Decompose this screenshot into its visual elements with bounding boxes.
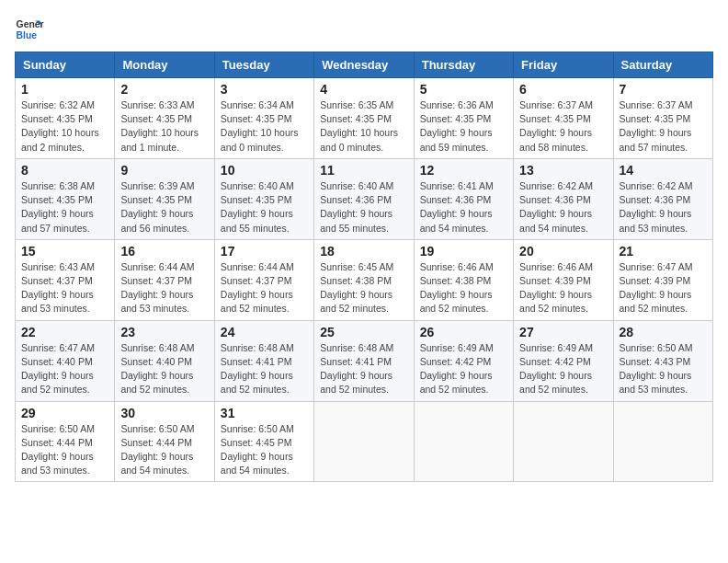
calendar-week-row: 1Sunrise: 6:32 AMSunset: 4:35 PMDaylight… (16, 78, 713, 159)
day-number: 11 (320, 163, 407, 178)
day-number: 28 (620, 325, 707, 339)
calendar-cell (414, 401, 513, 482)
day-info: Sunrise: 6:42 AMSunset: 4:36 PMDaylight:… (620, 179, 707, 236)
calendar-cell: 17Sunrise: 6:44 AMSunset: 4:37 PMDayligh… (214, 239, 313, 320)
calendar-cell: 21Sunrise: 6:47 AMSunset: 4:39 PMDayligh… (613, 239, 712, 320)
calendar-week-row: 8Sunrise: 6:38 AMSunset: 4:35 PMDaylight… (16, 158, 713, 239)
calendar-cell: 25Sunrise: 6:48 AMSunset: 4:41 PMDayligh… (314, 320, 414, 401)
day-number: 27 (519, 325, 607, 339)
calendar-cell: 1Sunrise: 6:32 AMSunset: 4:35 PMDaylight… (16, 78, 115, 159)
day-info: Sunrise: 6:42 AMSunset: 4:36 PMDaylight:… (519, 179, 607, 236)
day-number: 3 (221, 82, 308, 97)
day-number: 13 (519, 163, 607, 178)
day-number: 15 (21, 244, 108, 259)
calendar-cell: 13Sunrise: 6:42 AMSunset: 4:36 PMDayligh… (514, 158, 613, 239)
calendar-header-row: SundayMondayTuesdayWednesdayThursdayFrid… (16, 52, 713, 78)
day-number: 2 (120, 82, 208, 97)
day-info: Sunrise: 6:50 AMSunset: 4:44 PMDaylight:… (120, 422, 208, 478)
day-info: Sunrise: 6:50 AMSunset: 4:45 PMDaylight:… (221, 422, 308, 478)
calendar-cell: 11Sunrise: 6:40 AMSunset: 4:36 PMDayligh… (314, 158, 414, 239)
day-number: 20 (519, 244, 607, 259)
day-info: Sunrise: 6:40 AMSunset: 4:36 PMDaylight:… (320, 179, 407, 236)
calendar-cell: 10Sunrise: 6:40 AMSunset: 4:35 PMDayligh… (214, 158, 313, 239)
day-number: 24 (221, 325, 308, 339)
day-info: Sunrise: 6:34 AMSunset: 4:35 PMDaylight:… (221, 98, 308, 155)
calendar-cell: 15Sunrise: 6:43 AMSunset: 4:37 PMDayligh… (16, 239, 115, 320)
col-header-saturday: Saturday (613, 52, 712, 78)
calendar-cell: 6Sunrise: 6:37 AMSunset: 4:35 PMDaylight… (514, 78, 613, 159)
calendar-cell: 16Sunrise: 6:44 AMSunset: 4:37 PMDayligh… (115, 239, 214, 320)
calendar-cell: 8Sunrise: 6:38 AMSunset: 4:35 PMDaylight… (16, 158, 115, 239)
calendar-cell: 5Sunrise: 6:36 AMSunset: 4:35 PMDaylight… (414, 78, 513, 159)
day-number: 14 (620, 163, 707, 178)
col-header-friday: Friday (514, 52, 613, 78)
col-header-tuesday: Tuesday (214, 52, 313, 78)
day-number: 26 (420, 325, 507, 339)
calendar-week-row: 22Sunrise: 6:47 AMSunset: 4:40 PMDayligh… (16, 320, 713, 401)
calendar-cell: 24Sunrise: 6:48 AMSunset: 4:41 PMDayligh… (214, 320, 313, 401)
day-number: 29 (21, 406, 108, 420)
day-info: Sunrise: 6:37 AMSunset: 4:35 PMDaylight:… (620, 98, 707, 155)
day-number: 10 (221, 163, 308, 178)
day-number: 9 (120, 163, 208, 178)
day-info: Sunrise: 6:50 AMSunset: 4:43 PMDaylight:… (620, 341, 707, 397)
calendar-cell: 19Sunrise: 6:46 AMSunset: 4:38 PMDayligh… (414, 239, 513, 320)
day-info: Sunrise: 6:44 AMSunset: 4:37 PMDaylight:… (120, 260, 208, 316)
day-info: Sunrise: 6:33 AMSunset: 4:35 PMDaylight:… (120, 98, 208, 155)
day-info: Sunrise: 6:44 AMSunset: 4:37 PMDaylight:… (221, 260, 308, 316)
col-header-wednesday: Wednesday (314, 52, 414, 78)
day-info: Sunrise: 6:48 AMSunset: 4:41 PMDaylight:… (221, 341, 308, 397)
calendar-cell: 28Sunrise: 6:50 AMSunset: 4:43 PMDayligh… (613, 320, 712, 401)
day-number: 31 (221, 406, 308, 420)
calendar-cell: 27Sunrise: 6:49 AMSunset: 4:42 PMDayligh… (514, 320, 613, 401)
day-info: Sunrise: 6:49 AMSunset: 4:42 PMDaylight:… (519, 341, 607, 397)
day-number: 12 (420, 163, 507, 178)
day-info: Sunrise: 6:45 AMSunset: 4:38 PMDaylight:… (320, 260, 407, 316)
day-info: Sunrise: 6:50 AMSunset: 4:44 PMDaylight:… (21, 422, 108, 478)
day-info: Sunrise: 6:38 AMSunset: 4:35 PMDaylight:… (21, 179, 108, 236)
day-info: Sunrise: 6:37 AMSunset: 4:35 PMDaylight:… (519, 98, 607, 155)
svg-text:Blue: Blue (17, 30, 38, 40)
calendar-week-row: 29Sunrise: 6:50 AMSunset: 4:44 PMDayligh… (16, 401, 713, 482)
day-info: Sunrise: 6:36 AMSunset: 4:35 PMDaylight:… (420, 98, 507, 155)
day-info: Sunrise: 6:48 AMSunset: 4:41 PMDaylight:… (320, 341, 407, 397)
day-number: 7 (620, 82, 707, 97)
day-info: Sunrise: 6:39 AMSunset: 4:35 PMDaylight:… (120, 179, 208, 236)
logo-icon: General Blue (15, 15, 44, 44)
calendar-cell: 2Sunrise: 6:33 AMSunset: 4:35 PMDaylight… (115, 78, 214, 159)
day-number: 4 (320, 82, 407, 97)
col-header-sunday: Sunday (16, 52, 115, 78)
day-number: 30 (120, 406, 208, 420)
calendar-body: 1Sunrise: 6:32 AMSunset: 4:35 PMDaylight… (16, 78, 713, 482)
col-header-thursday: Thursday (414, 52, 513, 78)
day-number: 6 (519, 82, 607, 97)
calendar-cell: 9Sunrise: 6:39 AMSunset: 4:35 PMDaylight… (115, 158, 214, 239)
day-number: 25 (320, 325, 407, 339)
calendar-cell: 29Sunrise: 6:50 AMSunset: 4:44 PMDayligh… (16, 401, 115, 482)
day-number: 22 (21, 325, 108, 339)
day-number: 17 (221, 244, 308, 259)
day-info: Sunrise: 6:47 AMSunset: 4:39 PMDaylight:… (620, 260, 707, 316)
day-info: Sunrise: 6:46 AMSunset: 4:38 PMDaylight:… (420, 260, 507, 316)
day-info: Sunrise: 6:43 AMSunset: 4:37 PMDaylight:… (21, 260, 108, 316)
calendar-week-row: 15Sunrise: 6:43 AMSunset: 4:37 PMDayligh… (16, 239, 713, 320)
day-info: Sunrise: 6:48 AMSunset: 4:40 PMDaylight:… (120, 341, 208, 397)
day-number: 19 (420, 244, 507, 259)
calendar-table: SundayMondayTuesdayWednesdayThursdayFrid… (15, 52, 713, 482)
calendar-cell: 26Sunrise: 6:49 AMSunset: 4:42 PMDayligh… (414, 320, 513, 401)
calendar-cell: 12Sunrise: 6:41 AMSunset: 4:36 PMDayligh… (414, 158, 513, 239)
day-number: 23 (120, 325, 208, 339)
day-info: Sunrise: 6:47 AMSunset: 4:40 PMDaylight:… (21, 341, 108, 397)
calendar-cell: 14Sunrise: 6:42 AMSunset: 4:36 PMDayligh… (613, 158, 712, 239)
day-info: Sunrise: 6:49 AMSunset: 4:42 PMDaylight:… (420, 341, 507, 397)
calendar-cell: 31Sunrise: 6:50 AMSunset: 4:45 PMDayligh… (214, 401, 313, 482)
calendar-cell: 22Sunrise: 6:47 AMSunset: 4:40 PMDayligh… (16, 320, 115, 401)
calendar-cell: 30Sunrise: 6:50 AMSunset: 4:44 PMDayligh… (115, 401, 214, 482)
calendar-cell: 7Sunrise: 6:37 AMSunset: 4:35 PMDaylight… (613, 78, 712, 159)
day-number: 1 (21, 82, 108, 97)
calendar-cell (314, 401, 414, 482)
day-number: 16 (120, 244, 208, 259)
day-number: 5 (420, 82, 507, 97)
calendar-cell: 4Sunrise: 6:35 AMSunset: 4:35 PMDaylight… (314, 78, 414, 159)
col-header-monday: Monday (115, 52, 214, 78)
